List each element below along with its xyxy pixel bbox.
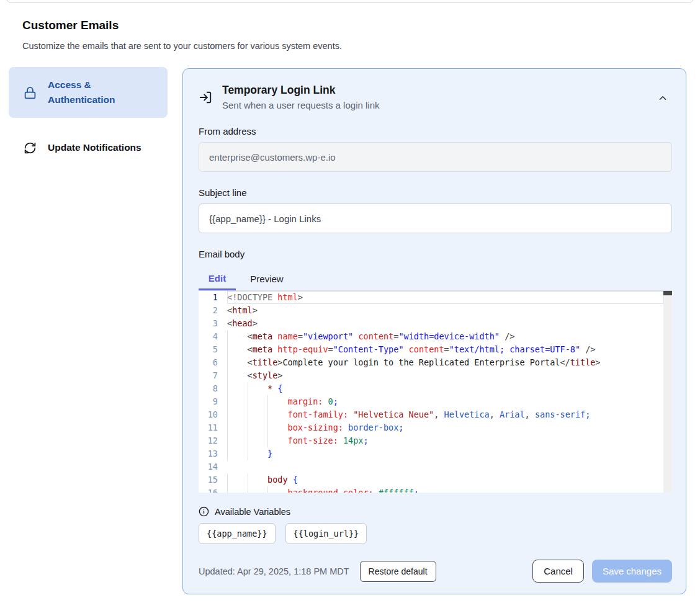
refresh-icon — [24, 141, 37, 154]
code-line[interactable]: 12 font-size: 14px; — [199, 434, 663, 447]
code-line[interactable]: 11 box-sizing: border-box; — [199, 421, 663, 434]
indent-guide — [227, 330, 248, 343]
line-content: } — [227, 447, 663, 460]
code-line[interactable]: 7 <style> — [199, 369, 663, 382]
panel-title: Temporary Login Link — [222, 84, 379, 97]
previous-card-bottom-edge — [6, 0, 694, 3]
line-number: 2 — [199, 304, 227, 317]
lock-icon — [24, 86, 37, 99]
line-content: body { — [227, 473, 663, 486]
indent-guide — [227, 486, 248, 493]
footer-left: Updated: Apr 29, 2025, 1:18 PM MDT Resto… — [199, 561, 436, 582]
indent-guide — [248, 473, 268, 486]
indent-guide — [267, 421, 288, 434]
code-line[interactable]: 2<html> — [199, 304, 663, 317]
collapse-panel-button[interactable] — [657, 92, 668, 104]
variable-chips: {{app_name}}{{login_url}} — [199, 523, 672, 544]
line-content: background-color: #ffffff; — [227, 486, 663, 493]
code-line[interactable]: 10 font-family: "Helvetica Neue", Helvet… — [199, 408, 663, 421]
restore-default-button[interactable]: Restore default — [360, 561, 436, 582]
line-content: <meta name="viewport" content="width=dev… — [227, 330, 663, 343]
line-content: margin: 0; — [227, 395, 663, 408]
code-line[interactable]: 6 <title>Complete your login to the Repl… — [199, 356, 663, 369]
indent-guide — [227, 395, 248, 408]
line-number: 11 — [199, 421, 227, 434]
updated-timestamp: Updated: Apr 29, 2025, 1:18 PM MDT — [199, 566, 349, 576]
line-content: <style> — [227, 369, 663, 382]
code-line[interactable]: 15 body { — [199, 473, 663, 486]
editor-scrollbar-thumb[interactable] — [663, 291, 672, 295]
code-line[interactable]: 1<!DOCTYPE html> — [199, 291, 663, 304]
code-line[interactable]: 13 } — [199, 447, 663, 460]
line-content: box-sizing: border-box; — [227, 421, 663, 434]
sidebar-item-update-notifications[interactable]: Update Notifications — [9, 127, 168, 169]
line-content: font-family: "Helvetica Neue", Helvetica… — [227, 408, 663, 421]
login-icon — [199, 91, 212, 110]
line-content: <html> — [227, 304, 663, 317]
temporary-login-link-panel: Temporary Login Link Sent when a user re… — [182, 68, 686, 594]
line-number: 13 — [199, 447, 227, 460]
tab-preview[interactable]: Preview — [236, 267, 298, 290]
line-number: 15 — [199, 473, 227, 486]
panel-header-text: Temporary Login Link Sent when a user re… — [222, 84, 379, 110]
variable-chip-login_url[interactable]: {{login_url}} — [285, 523, 367, 544]
sidebar-item-access-authentication[interactable]: Access & Authentication — [9, 67, 168, 118]
indent-guide — [248, 421, 268, 434]
panel-footer: Updated: Apr 29, 2025, 1:18 PM MDT Resto… — [199, 560, 672, 583]
indent-guide — [248, 486, 268, 493]
panel-subtitle: Sent when a user requests a login link — [222, 100, 379, 110]
sidebar-item-label: Update Notifications — [48, 140, 141, 155]
code-line[interactable]: 4 <meta name="viewport" content="width=d… — [199, 330, 663, 343]
indent-guide — [227, 356, 248, 369]
cancel-button[interactable]: Cancel — [532, 560, 584, 583]
indent-guide — [267, 408, 288, 421]
subject-line-label: Subject line — [199, 187, 672, 198]
indent-guide — [227, 382, 248, 395]
indent-guide — [227, 343, 248, 356]
available-variables-label: Available Variables — [215, 507, 290, 517]
page-subtitle: Customize the emails that are sent to yo… — [22, 41, 342, 51]
code-line[interactable]: 16 background-color: #ffffff; — [199, 486, 663, 493]
indent-guide — [267, 434, 288, 447]
footer-right: Cancel Save changes — [532, 560, 672, 583]
variable-chip-app_name[interactable]: {{app_name}} — [199, 523, 276, 544]
line-number: 5 — [199, 343, 227, 356]
line-number: 12 — [199, 434, 227, 447]
indent-guide — [227, 447, 248, 460]
sidebar-item-label: Access & Authentication — [48, 78, 156, 107]
line-number: 4 — [199, 330, 227, 343]
code-line[interactable]: 3<head> — [199, 317, 663, 330]
line-number: 10 — [199, 408, 227, 421]
code-line[interactable]: 9 margin: 0; — [199, 395, 663, 408]
indent-guide — [227, 434, 248, 447]
line-number: 16 — [199, 486, 227, 493]
page-title: Customer Emails — [22, 19, 119, 32]
editor-scrollbar[interactable] — [663, 291, 672, 493]
code-line[interactable]: 5 <meta http-equiv="Content-Type" conten… — [199, 343, 663, 356]
line-content: * { — [227, 382, 663, 395]
chevron-up-icon — [657, 96, 668, 105]
info-icon — [199, 506, 209, 517]
indent-guide — [248, 395, 268, 408]
line-number: 14 — [199, 460, 227, 473]
code-line[interactable]: 14 — [199, 460, 663, 473]
indent-guide — [248, 408, 268, 421]
line-content — [227, 460, 663, 473]
line-number: 1 — [199, 291, 227, 304]
from-address-input[interactable] — [199, 142, 672, 172]
email-body-tabs: EditPreview — [199, 267, 672, 291]
save-changes-button[interactable]: Save changes — [592, 560, 672, 583]
indent-guide — [267, 486, 288, 493]
available-variables-header: Available Variables — [199, 506, 672, 517]
indent-guide — [227, 421, 248, 434]
email-body-code-editor[interactable]: 1<!DOCTYPE html>2<html>3<head>4 <meta na… — [199, 291, 672, 493]
line-number: 3 — [199, 317, 227, 330]
subject-line-input[interactable] — [199, 203, 672, 233]
tab-edit[interactable]: Edit — [199, 267, 236, 290]
indent-guide — [248, 434, 268, 447]
line-number: 6 — [199, 356, 227, 369]
code-line[interactable]: 8 * { — [199, 382, 663, 395]
from-address-label: From address — [199, 126, 672, 136]
line-number: 9 — [199, 395, 227, 408]
panel-header: Temporary Login Link Sent when a user re… — [199, 84, 672, 110]
